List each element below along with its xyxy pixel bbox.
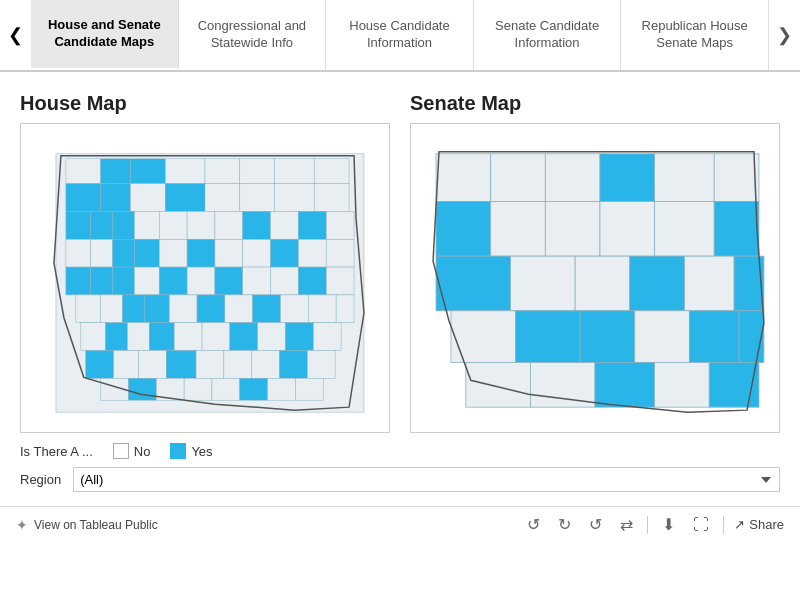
svg-rect-21 xyxy=(159,211,187,239)
navigation-bar: ❮ House and Senate Candidate Maps Congre… xyxy=(0,0,800,72)
svg-rect-92 xyxy=(655,154,715,202)
svg-rect-78 xyxy=(280,351,308,379)
tab-congressional-statewide[interactable]: Congressional and Statewide Info xyxy=(179,0,327,70)
svg-rect-39 xyxy=(66,267,91,295)
svg-rect-110 xyxy=(689,311,739,363)
senate-map-svg xyxy=(411,124,779,432)
nav-left-arrow[interactable]: ❮ xyxy=(0,0,31,70)
svg-rect-9 xyxy=(66,184,101,212)
house-map-section: House Map xyxy=(20,92,390,433)
share-label: Share xyxy=(749,517,784,532)
senate-map-title: Senate Map xyxy=(410,92,780,115)
svg-rect-36 xyxy=(271,239,299,267)
svg-rect-104 xyxy=(684,256,734,311)
reset-icon[interactable]: ↺ xyxy=(585,513,606,536)
svg-rect-55 xyxy=(197,295,225,323)
view-on-tableau-link[interactable]: ✦ View on Tableau Public xyxy=(16,517,158,533)
svg-rect-54 xyxy=(169,295,197,323)
main-content: House Map xyxy=(0,72,800,500)
svg-rect-1 xyxy=(66,159,101,184)
undo-icon[interactable]: ↺ xyxy=(523,513,544,536)
svg-rect-83 xyxy=(184,378,212,400)
svg-rect-69 xyxy=(285,323,313,351)
tab-senate-candidate[interactable]: Senate Candidate Information xyxy=(474,0,622,70)
svg-rect-29 xyxy=(91,239,113,267)
senate-map-container[interactable] xyxy=(410,123,780,433)
svg-rect-6 xyxy=(240,159,275,184)
redo-icon[interactable]: ↻ xyxy=(554,513,575,536)
svg-rect-85 xyxy=(240,378,268,400)
svg-rect-27 xyxy=(326,211,354,239)
svg-rect-5 xyxy=(205,159,240,184)
svg-rect-23 xyxy=(215,211,243,239)
svg-rect-53 xyxy=(144,295,169,323)
tab-house-candidate[interactable]: House Candidate Information xyxy=(326,0,474,70)
svg-rect-91 xyxy=(600,154,655,202)
legend-no-label: No xyxy=(134,444,151,459)
svg-rect-61 xyxy=(81,323,106,351)
svg-rect-47 xyxy=(271,267,299,295)
svg-rect-20 xyxy=(134,211,159,239)
house-map-svg xyxy=(21,124,389,432)
svg-rect-89 xyxy=(491,154,546,202)
svg-rect-11 xyxy=(130,184,165,212)
svg-rect-100 xyxy=(436,256,511,311)
svg-rect-60 xyxy=(336,295,354,323)
svg-rect-112 xyxy=(466,362,531,407)
legend-label: Is There A ... xyxy=(20,444,93,459)
nav-right-arrow[interactable]: ❯ xyxy=(769,0,800,70)
share-button[interactable]: ↗ Share xyxy=(734,517,784,532)
svg-rect-95 xyxy=(491,201,546,256)
svg-rect-46 xyxy=(243,267,271,295)
svg-rect-74 xyxy=(166,351,196,379)
svg-rect-87 xyxy=(295,378,323,400)
svg-rect-2 xyxy=(101,159,131,184)
svg-rect-68 xyxy=(258,323,286,351)
svg-rect-15 xyxy=(275,184,315,212)
svg-rect-108 xyxy=(580,311,635,363)
svg-rect-56 xyxy=(225,295,253,323)
house-map-title: House Map xyxy=(20,92,390,115)
fullscreen-icon[interactable]: ⛶ xyxy=(689,514,713,536)
forward-icon[interactable]: ⇄ xyxy=(616,513,637,536)
svg-rect-62 xyxy=(106,323,128,351)
region-label: Region xyxy=(20,472,61,487)
svg-rect-17 xyxy=(66,211,91,239)
svg-rect-16 xyxy=(314,184,349,212)
svg-rect-44 xyxy=(187,267,215,295)
svg-rect-7 xyxy=(275,159,315,184)
svg-rect-10 xyxy=(101,184,131,212)
svg-rect-86 xyxy=(268,378,296,400)
svg-rect-64 xyxy=(149,323,174,351)
svg-rect-51 xyxy=(101,295,123,323)
svg-rect-72 xyxy=(114,351,139,379)
svg-rect-113 xyxy=(530,362,595,407)
svg-rect-88 xyxy=(436,154,491,202)
svg-rect-84 xyxy=(212,378,240,400)
maps-row: House Map xyxy=(20,92,780,433)
legend-yes-box xyxy=(170,443,186,459)
svg-rect-37 xyxy=(298,239,326,267)
house-map-container[interactable] xyxy=(20,123,390,433)
svg-rect-19 xyxy=(113,211,135,239)
svg-rect-4 xyxy=(165,159,205,184)
svg-rect-99 xyxy=(714,201,759,256)
svg-rect-97 xyxy=(600,201,655,256)
tab-republican-maps[interactable]: Republican House Senate Maps xyxy=(621,0,769,70)
svg-rect-49 xyxy=(326,267,354,295)
svg-rect-12 xyxy=(165,184,205,212)
svg-rect-93 xyxy=(714,154,759,202)
download-icon[interactable]: ⬇ xyxy=(658,513,679,536)
svg-rect-42 xyxy=(134,267,159,295)
svg-rect-59 xyxy=(308,295,336,323)
svg-rect-26 xyxy=(298,211,326,239)
svg-rect-28 xyxy=(66,239,91,267)
svg-rect-103 xyxy=(630,256,685,311)
svg-rect-102 xyxy=(575,256,630,311)
region-select[interactable]: (All) xyxy=(73,467,780,492)
tab-house-senate-maps[interactable]: House and Senate Candidate Maps xyxy=(31,0,179,70)
footer-right-controls: ↺ ↻ ↺ ⇄ ⬇ ⛶ ↗ Share xyxy=(523,513,784,536)
svg-rect-67 xyxy=(230,323,258,351)
legend-no-item: No xyxy=(113,443,151,459)
svg-rect-77 xyxy=(252,351,280,379)
